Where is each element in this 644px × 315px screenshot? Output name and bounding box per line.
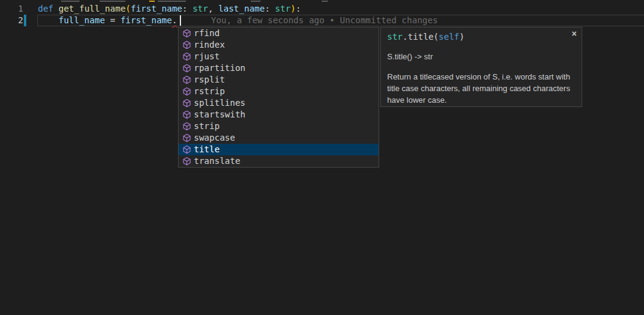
suggest-item-label: rindex: [194, 39, 225, 51]
suggest-item-startswith[interactable]: startswith: [179, 109, 379, 120]
symbol-method-icon: [182, 145, 191, 154]
symbol-method-icon: [182, 29, 191, 38]
suggest-item-rindex[interactable]: rindex: [179, 39, 379, 51]
editor-screen: 1def get_full_name(first_name: str, last…: [0, 0, 644, 315]
suggest-doc-popup: str.title(self) × S.title() -> str Retur…: [380, 27, 582, 107]
suggest-item-label: swapcase: [194, 132, 235, 144]
suggest-item-splitlines[interactable]: splitlines: [179, 97, 379, 109]
code-token: :: [265, 4, 275, 13]
line-number[interactable]: 1: [0, 3, 23, 15]
suggest-item-translate[interactable]: translate: [179, 155, 379, 167]
code-token: get_full_name: [59, 4, 126, 13]
code-token: [53, 4, 58, 13]
breadcrumb-remnant-mark: [61, 1, 80, 2]
code-token: last_name: [218, 4, 265, 13]
code-token: ,: [208, 4, 218, 13]
suggest-item-label: rfind: [194, 28, 220, 39]
suggest-item-label: startswith: [194, 109, 245, 120]
breadcrumb-remnant-mark: [322, 1, 328, 2]
suggest-item-strip[interactable]: strip: [179, 120, 379, 132]
symbol-method-icon: [182, 98, 191, 108]
error-squiggle: .: [172, 15, 177, 25]
symbol-method-icon: [182, 122, 191, 131]
code-token: ): [291, 4, 295, 13]
code-token: :: [296, 4, 301, 13]
symbol-method-icon: [182, 110, 191, 119]
code-token: =: [105, 15, 120, 25]
symbol-method-icon: [182, 64, 191, 73]
suggest-item-title[interactable]: title: [179, 144, 379, 155]
doc-description: Return a titlecased version of S, i.e. w…: [387, 71, 571, 106]
blame-annotation: You, a few seconds ago • Uncommitted cha…: [211, 15, 438, 26]
code-token: first_name: [131, 4, 182, 13]
code-token: first_name: [120, 15, 172, 25]
suggest-item-rstrip[interactable]: rstrip: [179, 86, 379, 97]
code-token: .title(: [402, 32, 439, 42]
text-cursor: [180, 15, 181, 26]
breadcrumb-remnant-mark: [158, 1, 186, 2]
suggest-item-label: strip: [194, 120, 220, 132]
code-text: def get_full_name(first_name: str, last_…: [38, 3, 301, 15]
suggest-item-swapcase[interactable]: swapcase: [179, 132, 379, 144]
suggest-item-label: rjust: [194, 51, 220, 62]
suggest-item-rsplit[interactable]: rsplit: [179, 74, 379, 86]
suggest-item-rjust[interactable]: rjust: [179, 51, 379, 62]
suggest-item-label: title: [194, 144, 220, 155]
code-token: ): [459, 32, 464, 42]
code-area[interactable]: 1def get_full_name(first_name: str, last…: [0, 3, 644, 26]
code-line-2[interactable]: 2 full_name = first_name.You, a few seco…: [0, 15, 644, 26]
code-text: full_name = first_name.: [38, 15, 177, 26]
code-token: str: [193, 4, 208, 13]
suggest-item-rpartition[interactable]: rpartition: [179, 62, 379, 74]
code-token: str: [275, 4, 291, 13]
code-token: str: [387, 32, 402, 42]
suggest-item-label: rsplit: [194, 74, 225, 86]
code-token: self: [439, 32, 459, 42]
breadcrumb-remnant-symbol-mark: [149, 1, 155, 2]
suggest-item-rfind[interactable]: rfind: [179, 28, 379, 39]
suggest-item-label: translate: [194, 155, 240, 167]
suggest-item-label: splitlines: [194, 97, 245, 109]
symbol-method-icon: [182, 157, 191, 166]
breadcrumb-remnant-mark: [251, 1, 261, 2]
doc-summary: S.title() -> str: [387, 51, 576, 62]
suggest-item-label: rstrip: [194, 86, 225, 97]
breadcrumb-remnant-mark: [100, 1, 125, 2]
close-icon[interactable]: ×: [572, 29, 577, 38]
symbol-method-icon: [182, 75, 191, 84]
code-token: (: [125, 4, 130, 13]
code-token: def: [38, 4, 53, 13]
suggest-widget: rfindrindexrjustrpartitionrsplitrstripsp…: [178, 27, 379, 168]
symbol-method-icon: [182, 40, 191, 50]
symbol-method-icon: [182, 133, 191, 143]
symbol-method-icon: [182, 52, 191, 61]
breadcrumb-remnant: [0, 0, 644, 2]
code-token: :: [182, 4, 193, 13]
code-line-1[interactable]: 1def get_full_name(first_name: str, last…: [0, 3, 644, 15]
doc-signature: str.title(self): [387, 31, 576, 43]
gutter-modified-indicator: [24, 15, 26, 26]
code-token: [38, 15, 59, 25]
suggest-item-label: rpartition: [194, 62, 245, 74]
code-token: full_name: [59, 15, 105, 25]
line-number[interactable]: 2: [0, 15, 23, 26]
symbol-method-icon: [182, 87, 191, 96]
